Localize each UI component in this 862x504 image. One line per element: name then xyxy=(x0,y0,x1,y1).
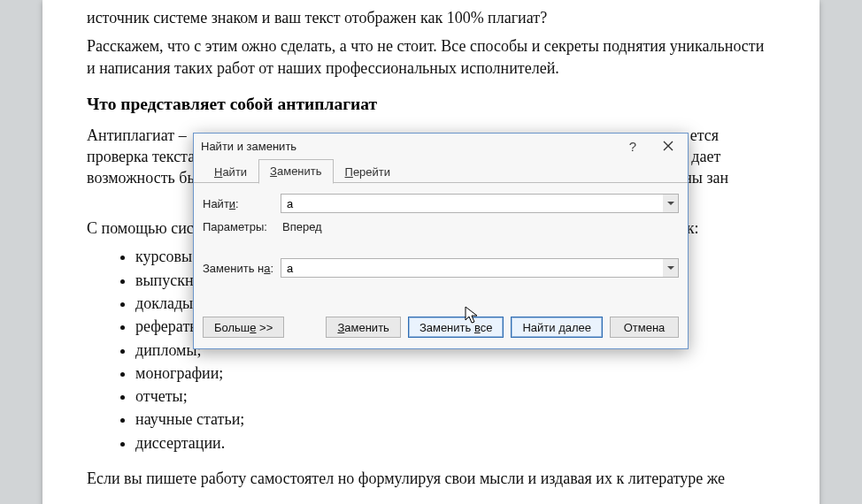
list-item: научные статьи; xyxy=(135,409,775,430)
close-button[interactable] xyxy=(650,134,686,157)
body-paragraph: Расскажем, что с этим ожно сделать, а чт… xyxy=(87,35,775,79)
cancel-button[interactable]: Отмена xyxy=(610,317,679,338)
tab-replace[interactable]: Заменить xyxy=(258,159,333,184)
replace-button[interactable]: Заменить xyxy=(326,317,400,338)
dialog-title: Найти и заменить xyxy=(201,140,615,153)
body-paragraph: источник системе знаком и ваш текст отоб… xyxy=(87,7,775,28)
params-value: Вперед xyxy=(281,220,322,233)
dialog-titlebar[interactable]: Найти и заменить ? xyxy=(194,134,688,158)
tab-goto[interactable]: Перейти xyxy=(334,160,403,184)
body-paragraph: Если вы пишете работу самостоятел но фор… xyxy=(87,468,775,489)
help-button[interactable]: ? xyxy=(615,134,650,157)
replace-input[interactable] xyxy=(281,258,679,278)
find-history-dropdown[interactable] xyxy=(663,194,679,213)
chevron-down-icon xyxy=(667,266,674,270)
replace-history-dropdown[interactable] xyxy=(663,258,679,278)
list-item: диссертации. xyxy=(135,432,775,454)
tab-find[interactable]: Найти xyxy=(203,160,258,184)
list-item: отчеты; xyxy=(135,386,775,407)
heading: Что представляет собой антиплагиат xyxy=(87,95,775,114)
dialog-tabs: Найти Заменить Перейти xyxy=(203,158,679,183)
replace-all-button[interactable]: Заменить все xyxy=(408,317,504,338)
params-label: Параметры: xyxy=(203,220,281,233)
close-icon xyxy=(663,139,673,154)
list-item: монографии; xyxy=(135,363,775,384)
chevron-down-icon xyxy=(667,202,674,205)
find-next-button[interactable]: Найти далее xyxy=(511,317,603,338)
find-replace-dialog: Найти и заменить ? Найти Заменить Перейт… xyxy=(193,133,689,349)
find-input[interactable] xyxy=(281,194,679,213)
more-button[interactable]: Больше >> xyxy=(203,317,284,338)
replace-label: Заменить на: xyxy=(203,262,281,275)
find-label: Найти: xyxy=(203,197,281,210)
